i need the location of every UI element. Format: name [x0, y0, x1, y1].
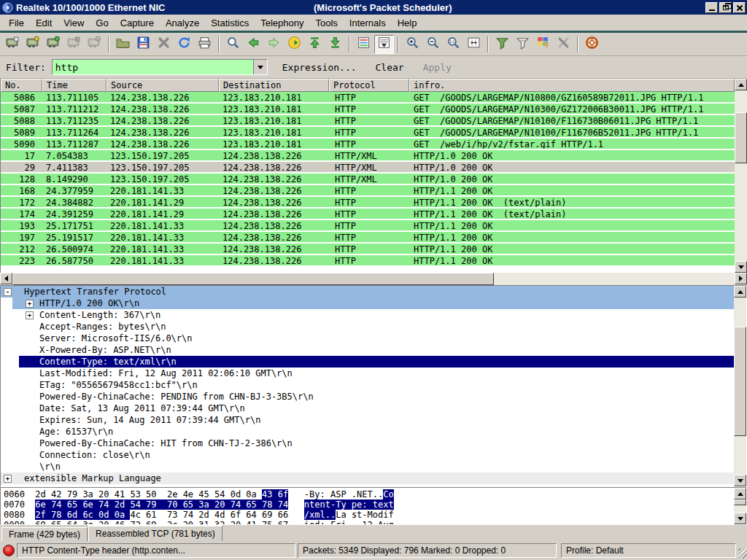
zoom-100-button[interactable]: 1:1: [444, 35, 463, 54]
resize-grip[interactable]: [738, 548, 747, 559]
packet-row-5089[interactable]: 5089113.711264124.238.138.226123.183.210…: [1, 127, 735, 139]
display-filter-button[interactable]: [513, 35, 533, 54]
detail-row[interactable]: \r\n: [1, 461, 734, 472]
go-to-packet-button[interactable]: [285, 35, 304, 54]
zoom-out-button[interactable]: [423, 35, 443, 54]
hex-row-0080[interactable]: 0080 2f 78 6d 6c 0d 0a 4c 61 73 74 2d 4d…: [4, 510, 734, 520]
detail-row[interactable]: Powered-By-ChinaCache: HIT from CHN-TJ-2…: [1, 438, 734, 449]
detail-row[interactable]: Content-Type: text/xml\r\n: [1, 356, 734, 368]
save-file-button[interactable]: [133, 35, 153, 54]
scroll-down-button[interactable]: [734, 513, 746, 524]
packet-row-172[interactable]: 17224.384882220.181.141.29124.238.138.22…: [1, 197, 735, 209]
menu-capture[interactable]: Capture: [115, 15, 160, 31]
expert-info-icon[interactable]: [3, 545, 15, 556]
close-button[interactable]: [733, 2, 746, 13]
menu-go[interactable]: Go: [90, 15, 114, 31]
capture-stop-button[interactable]: [64, 35, 84, 54]
packet-row-29[interactable]: 297.411383123.150.197.205124.238.138.226…: [1, 162, 735, 174]
bytes-scrollbar[interactable]: [734, 488, 746, 524]
packet-row-5087[interactable]: 5087113.711212124.238.138.226123.183.210…: [1, 104, 735, 115]
scroll-thumb[interactable]: [734, 499, 746, 505]
find-packet-button[interactable]: [223, 35, 243, 54]
detail-row[interactable]: +HTTP/1.0 200 OK\r\n: [1, 298, 734, 309]
go-to-top-button[interactable]: [305, 35, 325, 54]
detail-row[interactable]: X-Powered-By: ASP.NET\r\n: [1, 344, 734, 356]
detail-row[interactable]: ETag: "05565679458cc1:bcf"\r\n: [1, 379, 734, 391]
details-scrollbar[interactable]: [734, 286, 746, 486]
menu-view[interactable]: View: [58, 15, 90, 31]
expander-plus-icon[interactable]: +: [26, 311, 34, 319]
scroll-up-button[interactable]: [734, 488, 746, 499]
detail-row[interactable]: -Hypertext Transfer Protocol: [1, 286, 734, 298]
go-forward-button[interactable]: [264, 35, 284, 54]
help-button[interactable]: [582, 35, 602, 54]
clear-button[interactable]: Clear: [371, 61, 409, 74]
capture-start-button[interactable]: [44, 35, 63, 54]
reload-file-button[interactable]: [174, 35, 194, 54]
list-interfaces-button[interactable]: [3, 35, 23, 54]
capture-options-button[interactable]: [23, 35, 43, 54]
capture-restart-button[interactable]: [85, 35, 104, 54]
close-file-button[interactable]: [154, 35, 174, 54]
scroll-down-button[interactable]: [734, 475, 746, 486]
print-button[interactable]: [195, 35, 214, 54]
packet-row-5088[interactable]: 5088113.711235124.238.138.226123.183.210…: [1, 115, 735, 127]
column-header-infro[interactable]: infro.: [409, 79, 735, 92]
packet-list-scrollbar[interactable]: [735, 79, 747, 273]
packet-row-128[interactable]: 1288.149290123.150.197.205124.238.138.22…: [1, 174, 735, 185]
detail-row[interactable]: +Content-Length: 367\r\n: [1, 309, 734, 321]
menu-edit[interactable]: Edit: [30, 15, 58, 31]
detail-row[interactable]: Date: Sat, 13 Aug 2011 07:39:44 GMT\r\n: [1, 402, 734, 414]
restore-button[interactable]: [719, 2, 732, 13]
minimize-button[interactable]: [705, 2, 718, 13]
coloring-rules-button[interactable]: [533, 35, 553, 54]
menu-help[interactable]: Help: [392, 15, 423, 31]
packet-row-197[interactable]: 19725.191517220.181.141.33124.238.138.22…: [1, 232, 735, 244]
capture-filter-button[interactable]: [492, 35, 512, 54]
colorize-list-button[interactable]: [354, 35, 374, 54]
menu-analyze[interactable]: Analyze: [160, 15, 205, 31]
detail-row[interactable]: Connection: close\r\n: [1, 449, 734, 461]
detail-row[interactable]: Server: Microsoft-IIS/6.0\r\n: [1, 332, 734, 344]
tab-frame[interactable]: Frame (429 bytes): [1, 527, 88, 541]
expander-plus-icon[interactable]: +: [4, 475, 12, 483]
column-header-time[interactable]: Time: [42, 79, 107, 92]
scroll-up-button[interactable]: [734, 286, 746, 298]
column-header-protocol[interactable]: Protocol: [329, 79, 409, 92]
resize-columns-button[interactable]: [464, 35, 484, 54]
packet-row-5090[interactable]: 5090113.711287124.238.138.226123.183.210…: [1, 139, 735, 150]
preferences-button[interactable]: [554, 35, 573, 54]
packet-row-17[interactable]: 177.054383123.150.197.205124.238.138.226…: [1, 150, 735, 162]
menu-telephony[interactable]: Telephony: [255, 15, 309, 31]
hex-row-0070[interactable]: 0070 6e 74 65 6e 74 2d 54 79 70 65 3a 20…: [4, 499, 734, 510]
go-to-bottom-button[interactable]: [325, 35, 345, 54]
column-header-source[interactable]: Source: [107, 79, 219, 92]
packet-row-168[interactable]: 16824.377959220.181.141.33124.238.138.22…: [1, 185, 735, 197]
detail-row[interactable]: Accept-Ranges: bytes\r\n: [1, 321, 734, 332]
scroll-thumb[interactable]: [735, 112, 747, 163]
detail-row[interactable]: +extensible Markup Language: [1, 472, 734, 484]
packet-list-hscrollbar[interactable]: [0, 273, 747, 285]
packet-row-212[interactable]: 21226.500974220.181.141.33124.238.138.22…: [1, 244, 735, 255]
detail-row[interactable]: Last-Modified: Fri, 12 Aug 2011 02:06:10…: [1, 368, 734, 379]
go-back-button[interactable]: [244, 35, 263, 54]
scroll-down-button[interactable]: [735, 261, 747, 273]
expression-button[interactable]: Expression...: [278, 61, 361, 74]
column-header-no[interactable]: No.: [1, 79, 42, 92]
packet-row-223[interactable]: 22326.587750220.181.141.33124.238.138.22…: [1, 255, 735, 267]
filter-input[interactable]: [53, 60, 253, 74]
packet-row-5086[interactable]: 5086113.711105124.238.138.226123.183.210…: [1, 92, 735, 104]
hex-row-0090[interactable]: 0090 69 65 64 3a 20 46 72 69 2c 20 31 32…: [4, 520, 734, 524]
auto-scroll-button[interactable]: [374, 35, 394, 54]
open-file-button[interactable]: [113, 35, 133, 54]
menu-tools[interactable]: Tools: [309, 15, 343, 31]
packet-row-193[interactable]: 19325.171751220.181.141.33124.238.138.22…: [1, 220, 735, 232]
detail-row[interactable]: Age: 61537\r\n: [1, 426, 734, 438]
packet-row-174[interactable]: 17424.391259220.181.141.29124.238.138.22…: [1, 209, 735, 220]
scroll-left-button[interactable]: [0, 273, 12, 284]
expander-minus-icon[interactable]: -: [4, 288, 12, 296]
filter-dropdown-button[interactable]: [253, 60, 267, 74]
scroll-right-button[interactable]: [735, 273, 747, 284]
hex-row-0060[interactable]: 0060 2d 42 79 3a 20 41 53 50 2e 4e 45 54…: [4, 489, 734, 499]
menu-file[interactable]: File: [3, 15, 30, 31]
